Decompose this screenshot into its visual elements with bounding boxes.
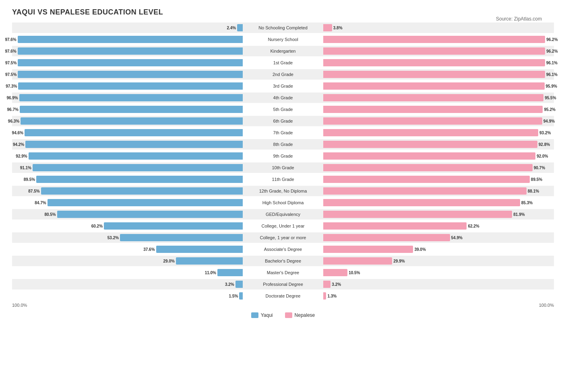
row-label: 1st Grade [243,60,323,65]
right-section: 92.8% [323,139,554,150]
yaqui-value: 87.5% [28,189,39,193]
nepalese-value: 85.3% [521,201,533,205]
row-label: 2nd Grade [243,72,323,77]
left-section: 97.5% [12,57,243,68]
right-section: 3.2% [323,279,554,289]
bar-row: 96.7%5th Grade95.2% [12,104,554,115]
yaqui-value: 97.6% [5,49,16,53]
left-section: 84.7% [12,197,243,208]
right-section: 96.2% [323,34,554,45]
axis-right: 100.0% [539,303,554,308]
right-section: 92.0% [323,151,554,161]
row-label: Professional Degree [243,282,323,287]
axis-labels: 100.0% 100.0% [12,303,554,308]
bar-row: 60.2%College, Under 1 year62.2% [12,221,554,231]
row-label: Doctorate Degree [243,293,323,298]
right-section: 10.5% [323,267,554,278]
bar-row: 97.6%Kindergarten96.2% [12,46,554,56]
bar-row: 89.5%11th Grade89.5% [12,174,554,185]
row-label: 4th Grade [243,95,323,100]
row-label: GED/Equivalency [243,212,323,217]
legend: Yaqui Nepalese [12,312,554,318]
left-section: 97.6% [12,34,243,45]
row-label: 6th Grade [243,119,323,123]
bar-row: 80.5%GED/Equivalency81.9% [12,209,554,220]
left-section: 1.5% [12,291,243,301]
bar-row: 94.6%7th Grade93.2% [12,127,554,138]
right-section: 95.9% [323,81,554,91]
nepalese-value: 96.1% [546,72,558,77]
yaqui-value: 89.5% [24,177,35,182]
yaqui-value: 29.0% [163,259,174,263]
nepalese-value: 3.2% [332,282,341,287]
row-label: College, 1 year or more [243,235,323,240]
left-section: 89.5% [12,174,243,185]
bar-row: 97.3%3rd Grade95.9% [12,81,554,91]
left-section: 97.3% [12,81,243,91]
nepalese-value: 1.3% [327,294,337,298]
legend-nepalese: Nepalese [285,312,315,318]
right-section: 95.5% [323,92,554,103]
right-section: 96.2% [323,46,554,56]
yaqui-value: 97.6% [5,37,16,42]
right-section: 94.9% [323,116,554,126]
left-section: 92.9% [12,151,243,161]
nepalese-value: 96.2% [546,37,558,42]
bar-row: 29.0%Bachelor's Degree29.9% [12,256,554,266]
left-section: 80.5% [12,209,243,220]
left-section: 87.5% [12,186,243,196]
bar-row: 11.0%Master's Degree10.5% [12,267,554,278]
left-section: 96.9% [12,92,243,103]
right-section: 54.9% [323,232,554,243]
nepalese-value: 81.9% [513,212,525,217]
yaqui-value: 3.2% [225,282,234,287]
left-section: 97.6% [12,46,243,56]
bar-row: 1.5%Doctorate Degree1.3% [12,291,554,301]
right-section: 3.8% [323,23,554,33]
nepalese-value: 29.9% [393,259,405,263]
right-section: 62.2% [323,221,554,231]
nepalese-value: 95.5% [545,96,556,100]
nepalese-value: 94.9% [543,119,555,123]
yaqui-value: 84.7% [35,201,46,205]
right-section: 39.0% [323,244,554,254]
left-section: 11.0% [12,267,243,278]
yaqui-value: 2.4% [227,26,236,30]
nepalese-value: 95.9% [546,84,557,88]
yaqui-value: 91.1% [20,166,31,170]
bar-row: 84.7%High School Diploma85.3% [12,197,554,208]
nepalese-value: 92.0% [537,154,548,158]
yaqui-value: 60.2% [91,224,103,228]
row-label: High School Diploma [243,200,323,205]
yaqui-value: 37.6% [143,247,155,252]
row-label: 9th Grade [243,154,323,158]
right-section: 96.1% [323,57,554,68]
yaqui-value: 80.5% [44,212,56,217]
legend-nepalese-label: Nepalese [295,312,315,318]
bar-row: 91.1%10th Grade90.7% [12,162,554,173]
row-label: Master's Degree [243,270,323,275]
nepalese-value: 95.2% [544,107,555,112]
bar-row: 97.6%Nursery School96.2% [12,34,554,45]
axis-left: 100.0% [12,303,27,308]
yaqui-value: 92.9% [16,154,27,158]
bar-row: 97.5%1st Grade96.1% [12,57,554,68]
right-section: 96.1% [323,69,554,80]
left-section: 37.6% [12,244,243,254]
row-label: 8th Grade [243,142,323,147]
left-section: 53.2% [12,232,243,243]
row-label: 10th Grade [243,165,323,170]
source-label: Source: ZipAtlas.com [496,16,542,22]
nepalese-value: 62.2% [468,224,479,228]
nepalese-value: 96.2% [546,49,558,53]
right-section: 95.2% [323,104,554,115]
right-section: 81.9% [323,209,554,220]
row-label: Kindergarten [243,49,323,53]
row-label: Nursery School [243,37,323,42]
row-label: No Schooling Completed [243,25,323,30]
right-section: 88.1% [323,186,554,196]
row-label: 5th Grade [243,107,323,112]
bar-row: 96.3%6th Grade94.9% [12,116,554,126]
yaqui-value: 97.5% [5,72,17,77]
yaqui-value: 96.7% [7,107,19,112]
